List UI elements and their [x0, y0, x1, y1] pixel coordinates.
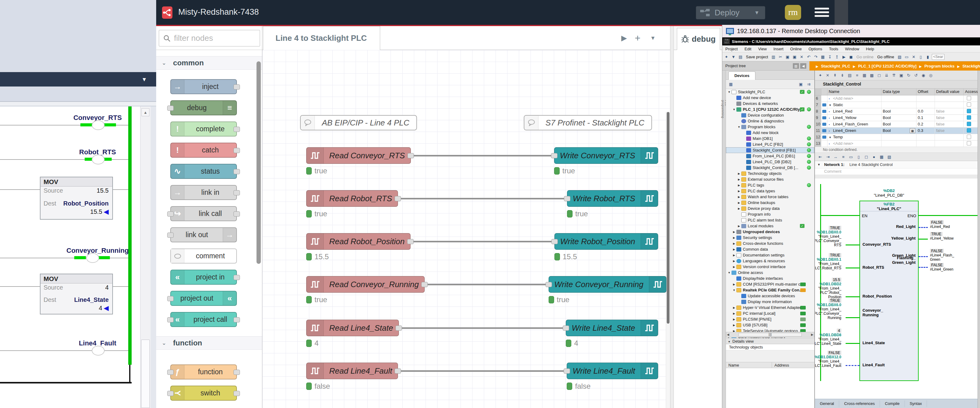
- tree-item[interactable]: ▶ Device proxy data ✓: [726, 206, 814, 211]
- tree-item[interactable]: ▶ Common data ✓: [726, 246, 814, 252]
- add-flow-button[interactable]: +: [632, 26, 644, 50]
- cell-name[interactable]: ▪<Add new>: [827, 95, 881, 102]
- coil-symbol[interactable]: [86, 253, 99, 263]
- tree-item[interactable]: ▶ Version control interface ✓: [726, 264, 814, 270]
- menu-item[interactable]: Options: [808, 47, 822, 51]
- output-port[interactable]: [421, 282, 428, 287]
- expand-icon[interactable]: ▶: [737, 172, 741, 175]
- cell-default[interactable]: [935, 140, 964, 147]
- input-port[interactable]: [546, 282, 552, 287]
- tree-item[interactable]: ▶ PLC data types ✓: [726, 188, 814, 194]
- table-row[interactable]: 13 ▪<Add new> ▦: [815, 140, 980, 147]
- output-pin[interactable]: Yellow_Light: [891, 236, 916, 241]
- table-row[interactable]: 12 ▼Temp ▦: [815, 134, 980, 140]
- accessible-checkbox[interactable]: [967, 102, 971, 107]
- expand-icon[interactable]: ▼: [727, 271, 731, 274]
- tree-item[interactable]: ▶ Local modules ✓: [726, 223, 814, 229]
- canvas-scrollbar[interactable]: [666, 112, 670, 408]
- toolbar-icon[interactable]: ⇈: [891, 72, 897, 78]
- inspector-tab[interactable]: Compile: [880, 400, 905, 407]
- palette-category-common[interactable]: ⌄ common: [156, 56, 262, 70]
- accessible-checkbox[interactable]: [967, 135, 971, 139]
- menu-item[interactable]: View: [758, 47, 767, 51]
- toolbar-icon[interactable]: ✂: [778, 54, 783, 60]
- output-pin[interactable]: Flashing_Green_Light: [892, 256, 916, 265]
- inspector-tab[interactable]: Cross-references: [839, 400, 880, 407]
- output-port[interactable]: [234, 148, 240, 153]
- cell-datatype[interactable]: Bool▦: [881, 108, 916, 114]
- mov-dest-tag[interactable]: Line4_State: [74, 296, 109, 303]
- tab-devices[interactable]: Devices: [729, 71, 756, 80]
- accessible-checkbox[interactable]: [967, 115, 971, 120]
- toolbar-icon[interactable]: ◉: [921, 72, 926, 78]
- palette-node[interactable]: « project in: [170, 270, 237, 285]
- toolbar-icon[interactable]: ●: [871, 154, 877, 160]
- go-offline-button[interactable]: Go offline: [877, 55, 894, 59]
- palette-node[interactable]: Y switch: [170, 386, 237, 401]
- cell-offset[interactable]: [916, 95, 935, 102]
- tree-item[interactable]: Line4_PLC [FB2] ✓: [726, 141, 814, 147]
- tree-item[interactable]: Add new device ✓: [726, 95, 814, 101]
- menu-item[interactable]: Help: [866, 47, 874, 51]
- toolbar-icon[interactable]: ▼: [730, 54, 737, 60]
- deploy-caret-icon[interactable]: ▼: [754, 10, 759, 16]
- ladder-scrollbar[interactable]: ▲: [140, 106, 151, 408]
- expand-icon[interactable]: ▼: [732, 289, 736, 292]
- cell-offset[interactable]: 0.2: [916, 121, 935, 127]
- palette-node[interactable]: ≡ debug: [170, 100, 237, 115]
- input-port[interactable]: [563, 325, 569, 331]
- write-node[interactable]: Write Conveyor_Running: [549, 276, 667, 293]
- expand-icon[interactable]: ▶: [732, 242, 736, 245]
- tree-item[interactable]: Online & diagnostics ✓: [726, 118, 814, 124]
- input-port[interactable]: [564, 368, 570, 374]
- toolbar-icon[interactable]: ▤: [738, 54, 743, 60]
- sidebar-splitter[interactable]: [670, 26, 674, 408]
- toolbar-icon[interactable]: ▣: [898, 72, 904, 78]
- cell-datatype[interactable]: ▦: [881, 140, 916, 147]
- cell-datatype[interactable]: ▦: [881, 95, 916, 102]
- tree-item[interactable]: From_Line4_PLC [DB1] ✓: [726, 153, 814, 159]
- output-port[interactable]: [234, 127, 240, 132]
- tree-item[interactable]: ▶ Documentation settings ✓: [726, 252, 814, 258]
- palette-search[interactable]: filter nodes: [156, 26, 262, 50]
- tree-item[interactable]: Display/hide interfaces ✓: [726, 275, 814, 281]
- expand-icon[interactable]: ▶: [732, 312, 736, 315]
- toolbar-icon[interactable]: ▦: [820, 54, 826, 60]
- tree-item[interactable]: ▶ Watch and force tables ✓: [726, 194, 814, 200]
- cell-default[interactable]: [935, 95, 964, 102]
- accessible-checkbox[interactable]: [967, 141, 971, 145]
- expand-icon[interactable]: ▼: [732, 108, 736, 111]
- toolbar-icon[interactable]: ▦: [879, 154, 885, 160]
- tree-item[interactable]: Program info ✓: [726, 211, 814, 217]
- toolbar-icon[interactable]: ↔: [833, 154, 838, 160]
- cell-offset[interactable]: [916, 140, 935, 147]
- toolbar-icon[interactable]: ≡: [840, 154, 846, 160]
- toolbar-icon[interactable]: ▯: [918, 54, 924, 60]
- cell-name[interactable]: ▼Temp: [827, 134, 881, 140]
- tia-titlebar[interactable]: TIA V17 Siemens - C:\Users\richard\Docum…: [722, 37, 980, 45]
- col-datatype[interactable]: Data type: [881, 89, 916, 95]
- col-default[interactable]: Default value: [935, 89, 964, 95]
- cell-default[interactable]: [935, 102, 964, 108]
- cell-datatype[interactable]: Bool▦: [881, 115, 916, 121]
- input-port[interactable]: [167, 233, 173, 238]
- palette-category-function[interactable]: ⌄ function: [156, 336, 262, 350]
- expand-icon[interactable]: ▶: [737, 184, 741, 187]
- toolbar-search-input[interactable]: <Sear: [932, 54, 944, 60]
- table-row[interactable]: 7 ▼Static ▦: [815, 102, 980, 108]
- input-port[interactable]: [167, 317, 173, 322]
- input-port[interactable]: [551, 239, 558, 244]
- menu-item[interactable]: Tools: [829, 47, 838, 51]
- collapse-left-icon[interactable]: ◀: [800, 63, 807, 69]
- sync-icon[interactable]: ⇉: [806, 81, 812, 87]
- auto-collapse-icon[interactable]: ▥: [793, 63, 799, 69]
- cell-name[interactable]: ▪Line4_Red: [827, 108, 881, 114]
- tree-item[interactable]: Display more information ✓: [726, 299, 814, 305]
- cell-offset[interactable]: 0.0: [916, 108, 935, 114]
- tree-item[interactable]: ▼ Stacklight_PLC ✓: [726, 89, 814, 95]
- expand-icon[interactable]: ▶: [732, 318, 736, 321]
- cell-datatype[interactable]: ▦: [881, 102, 916, 108]
- read-node[interactable]: Read Line4_Fault: [306, 363, 398, 379]
- col-name[interactable]: Name: [827, 89, 881, 95]
- cell-default[interactable]: [935, 134, 964, 140]
